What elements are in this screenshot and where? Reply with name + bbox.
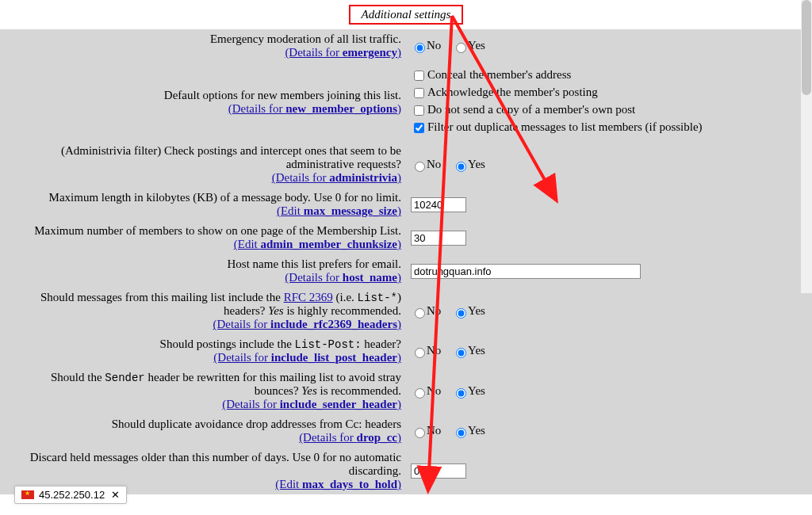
- rfc2369-no-radio[interactable]: [415, 308, 425, 319]
- list-post-details-link[interactable]: (Details for include_list_post_header): [213, 351, 401, 364]
- drop-cc-yes-radio[interactable]: [456, 428, 466, 438]
- chunksize-label: Maximum number of members to show on one…: [34, 224, 401, 237]
- close-icon[interactable]: ✕: [111, 489, 120, 501]
- list-post-label: Should postings include the List-Post: h…: [160, 338, 401, 350]
- scrollbar-thumb[interactable]: [802, 0, 811, 95]
- rfc2369-yes-radio[interactable]: [456, 308, 466, 319]
- host-name-input[interactable]: [411, 264, 641, 279]
- host-name-label: Host name this list prefers for email.: [227, 258, 401, 270]
- list-post-no-radio[interactable]: [415, 348, 425, 358]
- sender-header-details-link[interactable]: (Details for include_sender_header): [222, 398, 401, 410]
- drop-cc-label: Should duplicate avoidance drop addresse…: [112, 418, 401, 430]
- new-member-options-label: Default options for new members joining …: [164, 89, 401, 101]
- rfc2369-details-link[interactable]: (Details for include_rfc2369_headers): [213, 318, 401, 330]
- max-message-size-label: Maximum length in kilobytes (KB) of a me…: [49, 191, 401, 204]
- chunksize-input[interactable]: [411, 231, 466, 246]
- max-days-label: Discard held messages older than this nu…: [30, 451, 401, 477]
- ip-text: 45.252.250.12: [39, 489, 105, 501]
- emergency-yes-radio[interactable]: [456, 43, 466, 53]
- max-message-size-edit-link[interactable]: (Edit max_message_size): [277, 204, 401, 217]
- administrivia-yes-radio[interactable]: [456, 162, 466, 172]
- conceal-checkbox[interactable]: [414, 71, 424, 81]
- administrivia-label: (Administrivia filter) Check postings an…: [61, 144, 401, 170]
- drop-cc-no-radio[interactable]: [415, 428, 425, 438]
- emergency-details-link[interactable]: (Details for emergency): [285, 46, 401, 59]
- rfc2369-label: Should messages from this mailing list i…: [40, 291, 401, 317]
- chunksize-edit-link[interactable]: (Edit admin_member_chunksize): [234, 238, 401, 250]
- host-name-details-link[interactable]: (Details for host_name): [285, 271, 401, 284]
- list-post-yes-radio[interactable]: [456, 348, 466, 358]
- max-message-size-input[interactable]: [411, 197, 466, 212]
- drop-cc-details-link[interactable]: (Details for drop_cc): [299, 431, 401, 444]
- nocopy-checkbox[interactable]: [414, 105, 424, 116]
- settings-table: Additional settings Emergency moderation…: [0, 0, 812, 494]
- administrivia-details-link[interactable]: (Details for administrivia): [272, 171, 401, 184]
- scrollbar-track[interactable]: [801, 0, 812, 293]
- new-member-options-details-link[interactable]: (Details for new_member_options): [228, 102, 401, 115]
- emergency-label: Emergency moderation of all list traffic…: [210, 32, 401, 45]
- administrivia-no-radio[interactable]: [415, 162, 425, 172]
- sender-header-no-radio[interactable]: [415, 388, 425, 399]
- ip-widget[interactable]: 45.252.250.12 ✕: [14, 486, 127, 504]
- sender-header-label: Should the Sender header be rewritten fo…: [51, 371, 401, 397]
- max-days-edit-link[interactable]: (Edit max_days_to_hold): [275, 478, 401, 490]
- rfc2369-link[interactable]: RFC 2369: [284, 291, 333, 303]
- nodup-checkbox[interactable]: [414, 123, 424, 133]
- section-title: Additional settings: [349, 5, 464, 25]
- ack-checkbox[interactable]: [414, 88, 424, 98]
- flag-icon: [21, 490, 34, 499]
- sender-header-yes-radio[interactable]: [456, 388, 466, 399]
- max-days-input[interactable]: [411, 464, 466, 479]
- emergency-no-radio[interactable]: [415, 43, 425, 53]
